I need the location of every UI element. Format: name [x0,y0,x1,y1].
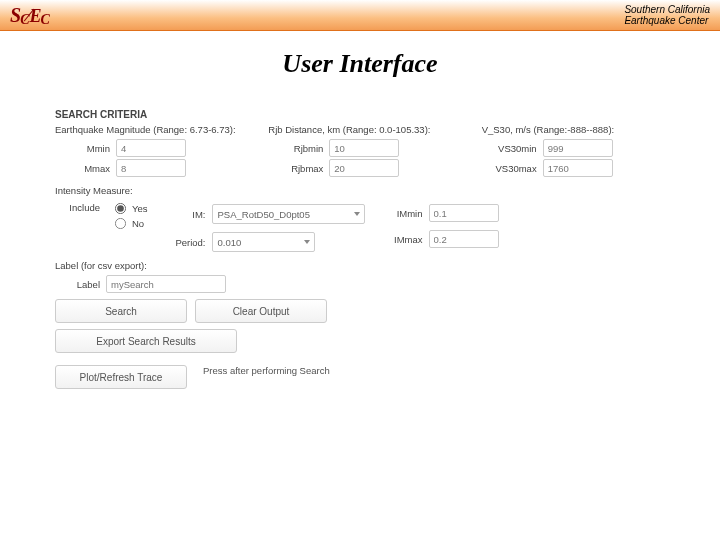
org-line1: Southern California [624,4,710,15]
immax-label: IMmax [383,234,429,245]
mmax-label: Mmax [55,163,116,174]
vs30min-label: VS30min [482,143,543,154]
slide-title: User Interface [0,49,720,79]
include-no-radio[interactable]: No [114,217,148,230]
org-line2: Earthquake Center [624,15,710,26]
rjb-label: Rjb Distance, km (Range: 0.0-105.33): [268,124,451,135]
include-label: Include [55,202,106,213]
rjbmin-input[interactable] [329,139,399,157]
vs30max-input[interactable] [543,159,613,177]
include-yes-radio[interactable]: Yes [114,202,148,215]
header-bar: SC/EC Southern California Earthquake Cen… [0,0,720,31]
immin-label: IMmin [383,208,429,219]
search-panel: SEARCH CRITERIA Earthquake Magnitude (Ra… [0,109,720,389]
im-select[interactable]: PSA_RotD50_D0pt05 [212,204,365,224]
im-block: Include Yes No IM: PSA_RotD50_D0pt05 Per… [55,202,665,254]
criteria-columns: Earthquake Magnitude (Range: 6.73-6.73):… [55,124,665,179]
vs30-group: V_S30, m/s (Range:-888--888): VS30min VS… [482,124,665,179]
export-label-label: Label [55,279,106,290]
mmin-label: Mmin [55,143,116,154]
period-select[interactable]: 0.010 [212,232,315,252]
im-select-label: IM: [166,209,212,220]
im-heading: Intensity Measure: [55,185,665,196]
plot-refresh-button[interactable]: Plot/Refresh Trace [55,365,187,389]
vs30-label: V_S30, m/s (Range:-888--888): [482,124,665,135]
plot-hint: Press after performing Search [203,365,330,389]
vs30min-input[interactable] [543,139,613,157]
export-label-input[interactable] [106,275,226,293]
magnitude-group: Earthquake Magnitude (Range: 6.73-6.73):… [55,124,238,179]
rjbmax-label: Rjbmax [268,163,329,174]
period-label: Period: [166,237,212,248]
export-results-button[interactable]: Export Search Results [55,329,237,353]
search-button[interactable]: Search [55,299,187,323]
label-section-heading: Label (for csv export): [55,260,665,271]
org-name: Southern California Earthquake Center [624,4,710,26]
chevron-down-icon [304,240,310,244]
clear-output-button[interactable]: Clear Output [195,299,327,323]
rjb-group: Rjb Distance, km (Range: 0.0-105.33): Rj… [268,124,451,179]
immax-input[interactable] [429,230,499,248]
search-criteria-heading: SEARCH CRITERIA [55,109,665,120]
immin-input[interactable] [429,204,499,222]
rjbmin-label: Rjbmin [268,143,329,154]
chevron-down-icon [354,212,360,216]
rjbmax-input[interactable] [329,159,399,177]
mmax-input[interactable] [116,159,186,177]
magnitude-label: Earthquake Magnitude (Range: 6.73-6.73): [55,124,238,135]
scec-logo: SC/EC [10,2,49,28]
vs30max-label: VS30max [482,163,543,174]
mmin-input[interactable] [116,139,186,157]
